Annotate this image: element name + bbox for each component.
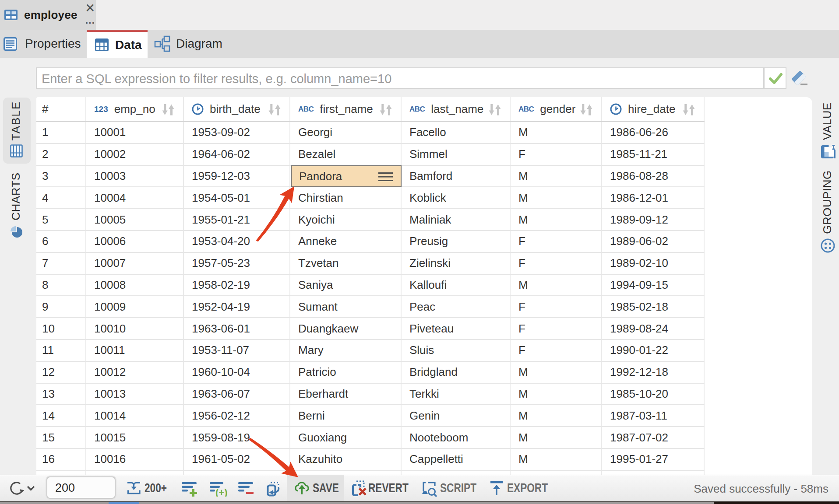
svg-text:(+): (+) [215, 487, 228, 497]
